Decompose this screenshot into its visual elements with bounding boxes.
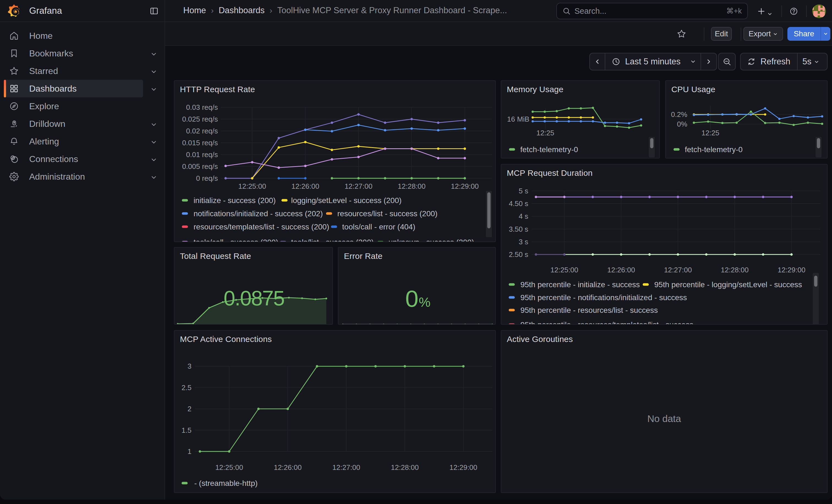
svg-text:12:29:00: 12:29:00 — [451, 182, 479, 190]
svg-text:0 req/s: 0 req/s — [196, 174, 218, 182]
svg-text:12:26:00: 12:26:00 — [274, 463, 302, 472]
svg-text:0.03 req/s: 0.03 req/s — [186, 103, 218, 111]
svg-text:95th percentile - notification: 95th percentile - notifications/initiali… — [520, 293, 687, 302]
svg-text:initialize - success (200): initialize - success (200) — [193, 196, 276, 205]
svg-text:notifications/initialized - su: notifications/initialized - success (202… — [193, 209, 323, 218]
svg-text:resources/templates/list - suc: resources/templates/list - success (200) — [193, 222, 329, 231]
svg-text:tools/list - success (200): tools/list - success (200) — [291, 238, 374, 242]
svg-text:3: 3 — [188, 362, 191, 370]
svg-text:0.0875: 0.0875 — [224, 286, 284, 310]
svg-text:4 s: 4 s — [519, 212, 528, 220]
svg-text:95th percentile - initialize -: 95th percentile - initialize - success — [520, 280, 640, 289]
svg-text:0.2%: 0.2% — [671, 110, 687, 118]
svg-text:0%: 0% — [677, 120, 687, 128]
svg-text:5 s: 5 s — [519, 187, 528, 195]
svg-text:- (streamable-http): - (streamable-http) — [194, 479, 258, 487]
svg-text:0: 0 — [405, 285, 418, 312]
svg-text:unknown - success (200): unknown - success (200) — [389, 238, 474, 242]
svg-text:0.02 req/s: 0.02 req/s — [186, 127, 218, 135]
svg-text:4.50 s: 4.50 s — [509, 200, 528, 208]
svg-text:12:28:00: 12:28:00 — [721, 266, 749, 274]
svg-text:2.5: 2.5 — [182, 383, 191, 392]
svg-text:2: 2 — [188, 405, 191, 413]
svg-text:tools/call - error (404): tools/call - error (404) — [342, 222, 415, 231]
svg-text:12:27:00: 12:27:00 — [664, 266, 692, 274]
svg-text:12:28:00: 12:28:00 — [391, 463, 419, 472]
svg-text:12:29:00: 12:29:00 — [778, 266, 805, 274]
svg-text:12:25:00: 12:25:00 — [215, 463, 243, 472]
svg-text:0.005 req/s: 0.005 req/s — [182, 162, 218, 170]
svg-text:0.01 req/s: 0.01 req/s — [186, 151, 218, 159]
svg-text:fetch-telemetry-0: fetch-telemetry-0 — [685, 145, 743, 154]
svg-text:12:25: 12:25 — [701, 129, 719, 137]
svg-text:12:25:00: 12:25:00 — [550, 266, 578, 274]
svg-text:12:29:00: 12:29:00 — [449, 463, 477, 472]
svg-text:95th percentile - resources/li: 95th percentile - resources/list - succe… — [520, 306, 658, 314]
svg-text:0.025 req/s: 0.025 req/s — [182, 115, 218, 123]
svg-text:16 MiB: 16 MiB — [507, 115, 529, 123]
svg-text:fetch-telemetry-0: fetch-telemetry-0 — [520, 145, 578, 154]
svg-text:0.015 req/s: 0.015 req/s — [182, 139, 218, 147]
svg-text:95th percentile - logging/setL: 95th percentile - logging/setLevel - suc… — [654, 280, 802, 289]
svg-text:resources/list - success (200): resources/list - success (200) — [337, 209, 438, 218]
svg-text:12:27:00: 12:27:00 — [344, 182, 372, 190]
svg-text:1: 1 — [188, 447, 191, 456]
svg-text:2.50 s: 2.50 s — [509, 250, 528, 259]
svg-text:1.5: 1.5 — [182, 426, 191, 434]
svg-text:12:26:00: 12:26:00 — [291, 182, 319, 190]
svg-text:3 s: 3 s — [519, 238, 528, 246]
svg-text:95th percentile - resources/te: 95th percentile - resources/templates/li… — [520, 320, 693, 325]
svg-text:tools/call - success (200): tools/call - success (200) — [193, 238, 278, 242]
svg-text:12:25: 12:25 — [536, 129, 554, 137]
svg-text:logging/setLevel - success (20: logging/setLevel - success (200) — [291, 196, 402, 205]
svg-text:12:26:00: 12:26:00 — [607, 266, 635, 274]
svg-text:3.50 s: 3.50 s — [509, 225, 528, 233]
svg-text:%: % — [419, 295, 431, 310]
svg-text:12:27:00: 12:27:00 — [332, 463, 360, 472]
svg-text:12:28:00: 12:28:00 — [398, 182, 426, 190]
svg-text:12:25:00: 12:25:00 — [238, 182, 266, 190]
